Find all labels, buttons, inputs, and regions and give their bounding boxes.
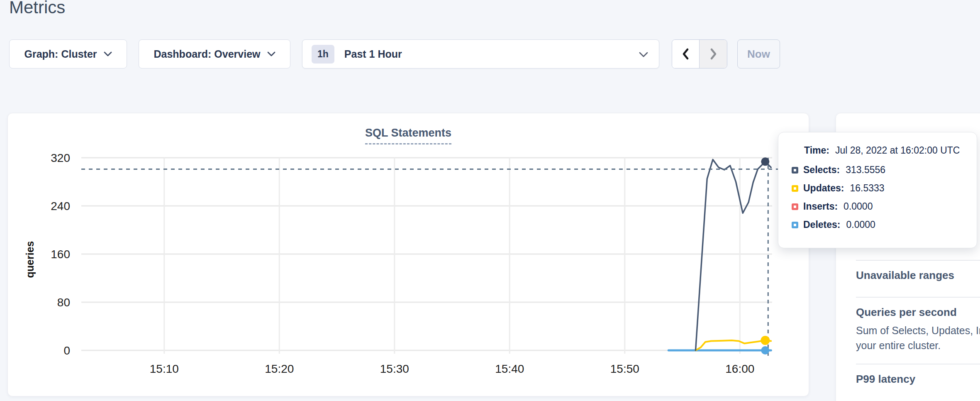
- svg-text:240: 240: [51, 200, 70, 213]
- time-range-badge: 1h: [312, 45, 334, 64]
- sidebar-section-p99-latency: P99 latency: [856, 364, 980, 393]
- chevron-down-icon: [104, 51, 112, 57]
- dashboard-dropdown-label: Dashboard: Overview: [154, 48, 260, 60]
- svg-text:160: 160: [51, 248, 70, 261]
- time-prev-button[interactable]: [672, 40, 700, 68]
- chevron-left-icon: [681, 48, 691, 60]
- sql-statements-chart[interactable]: 08016024032015:1015:2015:3015:4015:5016:…: [8, 147, 809, 396]
- tooltip-row-updates: Updates: 16.5333: [792, 183, 964, 194]
- tooltip-time-label: Time:: [804, 145, 829, 156]
- selects-legend-swatch-icon: [792, 167, 798, 174]
- updates-legend-swatch-icon: [792, 185, 798, 192]
- svg-text:15:20: 15:20: [265, 362, 294, 375]
- svg-text:queries: queries: [24, 241, 36, 278]
- sidebar-heading: P99 latency: [856, 373, 980, 386]
- tooltip-row-inserts: Inserts: 0.0000: [792, 201, 964, 212]
- chevron-right-icon: [708, 48, 718, 60]
- sidebar-heading: Unavailable ranges: [856, 269, 980, 282]
- graph-dropdown[interactable]: Graph: Cluster: [9, 39, 127, 68]
- svg-text:15:30: 15:30: [380, 362, 409, 375]
- svg-text:15:40: 15:40: [495, 362, 524, 375]
- tooltip-row-selects: Selects: 313.5556: [792, 164, 964, 176]
- chart-tooltip: Time:Jul 28, 2022 at 16:02:00 UTC Select…: [778, 132, 977, 248]
- sql-statements-card: SQL Statements 08016024032015:1015:2015:…: [7, 113, 809, 396]
- graph-dropdown-label: Graph: Cluster: [24, 48, 97, 60]
- now-button[interactable]: Now: [737, 39, 780, 68]
- chart-title[interactable]: SQL Statements: [365, 127, 451, 144]
- time-range-label: Past 1 Hour: [344, 48, 402, 60]
- svg-text:80: 80: [57, 296, 70, 309]
- inserts-legend-swatch-icon: [792, 203, 798, 210]
- tooltip-row-deletes: Deletes: 0.0000: [792, 219, 964, 230]
- chevron-down-icon: [639, 52, 648, 58]
- tooltip-time-row: Time:Jul 28, 2022 at 16:02:00 UTC: [804, 145, 964, 156]
- now-button-label: Now: [747, 48, 770, 61]
- svg-text:15:10: 15:10: [150, 362, 179, 375]
- time-range-picker[interactable]: 1h Past 1 Hour: [302, 39, 659, 68]
- sidebar-section-queries-per-second: Queries per second Sum of Selects, Updat…: [856, 297, 980, 364]
- time-next-button[interactable]: [700, 40, 727, 68]
- svg-text:15:50: 15:50: [610, 362, 639, 375]
- dashboard-dropdown[interactable]: Dashboard: Overview: [139, 39, 290, 68]
- svg-text:0: 0: [63, 344, 70, 357]
- svg-text:320: 320: [51, 152, 70, 164]
- sidebar-section-unavailable-ranges: Unavailable ranges: [856, 260, 980, 297]
- time-nav-group: [672, 39, 727, 68]
- sidebar-description: Sum of Selects, Updates, Inser your enti…: [856, 323, 980, 353]
- sidebar-heading: Queries per second: [856, 306, 980, 319]
- svg-text:16:00: 16:00: [725, 362, 754, 375]
- page-title: Metrics: [9, 0, 65, 17]
- deletes-legend-swatch-icon: [792, 222, 798, 228]
- chevron-down-icon: [267, 51, 275, 57]
- chart-title-wrap: SQL Statements: [8, 127, 809, 144]
- tooltip-time-value: Jul 28, 2022 at 16:02:00 UTC: [835, 145, 960, 156]
